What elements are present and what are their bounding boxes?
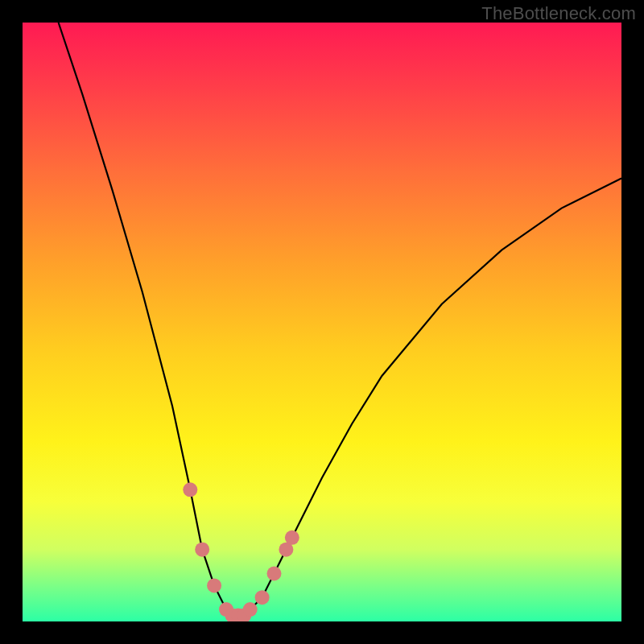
valley-dot [285,530,299,545]
valley-dot [183,482,197,497]
valley-dot [267,567,282,581]
chart-frame: TheBottleneck.com [0,0,644,644]
valley-dots-group [183,482,299,621]
plot-area [23,23,621,621]
watermark-text: TheBottleneck.com [481,3,636,24]
valley-dot [243,602,258,617]
valley-dot [195,543,209,557]
valley-dot [207,578,221,592]
bottleneck-curve-path [59,23,621,616]
valley-dot [255,590,270,605]
bottleneck-curve-svg [23,23,621,621]
